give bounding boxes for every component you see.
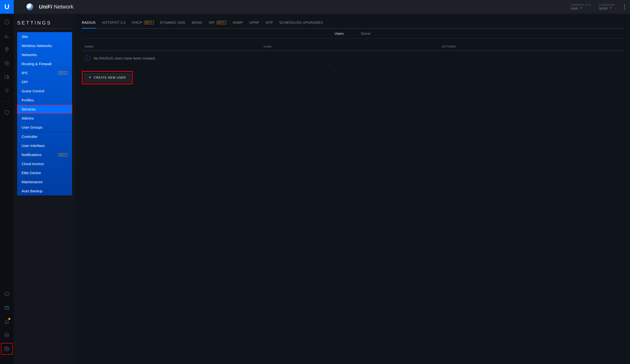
svg-rect-5: [8, 76, 9, 78]
sidebar-item-user-interface[interactable]: User Interface: [17, 141, 72, 150]
tab-upnp[interactable]: UPNP: [249, 19, 259, 29]
sidebar-item-admins[interactable]: Admins: [17, 114, 72, 123]
svg-point-13: [6, 348, 8, 350]
sidebar-item-label: Notifications: [22, 153, 42, 157]
app-brand: UniFi: [39, 4, 52, 10]
tab-label: SNMP: [232, 20, 243, 24]
svg-point-1: [6, 48, 8, 49]
plus-icon: [89, 76, 91, 79]
shield-icon[interactable]: [4, 109, 10, 115]
sidebar-item-elite-device[interactable]: Elite Device: [17, 168, 72, 177]
tab-mdns[interactable]: MDNS: [192, 19, 202, 29]
sidebar-item-label: Elite Device: [22, 171, 41, 175]
sidebar-item-label: Guest Control: [22, 89, 44, 93]
app-suffix: Network: [54, 4, 74, 10]
sidebar-item-label: User Groups: [22, 125, 42, 129]
sidebar-item-site[interactable]: Site: [17, 32, 72, 41]
sidebar-item-label: Site: [22, 34, 28, 39]
radius-subtabs: Users Server: [82, 29, 624, 39]
tab-label: SCHEDULED UPGRADES: [279, 20, 323, 24]
sidebar-item-label: Admins: [22, 116, 34, 120]
sidebar-item-label: Networks: [22, 53, 37, 57]
sidebar-item-user-groups[interactable]: User Groups: [17, 123, 72, 132]
dashboard-icon[interactable]: [4, 19, 10, 25]
topbar-right: CURRENT SITE mom USERNAME tynick: [571, 4, 625, 10]
sidebar-item-label: Maintenance: [22, 180, 43, 184]
rail-divider: [4, 101, 10, 102]
subtab-server[interactable]: Server: [361, 29, 371, 38]
sidebar-item-label: DPI: [22, 80, 28, 84]
sidebar-item-label: Cloud Access: [22, 162, 44, 166]
svg-point-12: [8, 335, 8, 335]
tab-snmp[interactable]: SNMP: [232, 19, 243, 29]
tab-radius[interactable]: RADIUS: [82, 19, 96, 29]
tab-scheduled-upgrades[interactable]: SCHEDULED UPGRADES: [279, 19, 323, 29]
sidebar-item-auto-backup[interactable]: Auto Backup: [17, 186, 72, 195]
settings-sidebar: SETTINGS Site Wireless Networks Networks…: [14, 14, 76, 364]
sidebar-item-label: IPS: [22, 71, 28, 75]
create-new-user-button[interactable]: CREATE NEW USER: [84, 73, 130, 82]
sidebar-item-ips[interactable]: IPSBETA: [17, 68, 72, 77]
map-icon[interactable]: [4, 46, 10, 52]
topbar-left: U UniFi Network: [0, 0, 74, 14]
sidebar-item-cloud-access[interactable]: Cloud Access: [17, 159, 72, 168]
create-button-label: CREATE NEW USER: [94, 76, 126, 79]
username-selector[interactable]: USERNAME tynick: [599, 4, 615, 10]
tab-label: DHCP: [132, 20, 142, 24]
app-title: UniFi Network: [39, 4, 74, 10]
beta-badge: BETA: [144, 21, 154, 24]
subtab-users[interactable]: Users: [334, 29, 344, 38]
ubiquiti-logo[interactable]: U: [0, 0, 14, 14]
sidebar-item-profiles[interactable]: Profiles: [17, 95, 72, 105]
info-icon: i: [85, 55, 90, 61]
sidebar-item-label: Services: [22, 107, 36, 111]
tab-sip[interactable]: SIPBETA: [208, 19, 226, 29]
tab-label: UPNP: [249, 20, 259, 24]
info-icon[interactable]: [4, 291, 10, 297]
settings-icon[interactable]: [4, 346, 10, 352]
username-label: USERNAME: [599, 4, 615, 6]
tab-ntp[interactable]: NTP: [266, 19, 273, 29]
sidebar-item-notifications[interactable]: NotificationsBETA: [17, 150, 72, 159]
svg-point-6: [6, 89, 8, 92]
services-tabbar: RADIUS HOTSPOT 2.0 DHCPBETA DYNAMIC DNS …: [82, 19, 624, 29]
svg-point-2: [5, 61, 9, 65]
sidebar-item-wireless-networks[interactable]: Wireless Networks: [17, 41, 72, 50]
empty-state: i No RADIUS users have been created.: [82, 51, 624, 65]
chevron-down-icon: [580, 6, 582, 10]
col-name: NAME: [85, 45, 264, 48]
kebab-menu[interactable]: [624, 4, 625, 9]
settings-menu: Site Wireless Networks Networks Routing …: [17, 32, 72, 195]
nav-rail: [0, 14, 14, 364]
devices-icon[interactable]: [4, 60, 10, 66]
sidebar-item-label: Auto Backup: [22, 189, 42, 193]
svg-point-10: [6, 335, 6, 335]
events-icon[interactable]: [4, 305, 10, 311]
create-user-highlight: CREATE NEW USER: [82, 71, 132, 84]
tab-dhcp[interactable]: DHCPBETA: [132, 19, 154, 29]
chat-icon[interactable]: [4, 332, 10, 338]
svg-point-11: [6, 335, 7, 335]
clients-icon[interactable]: [4, 74, 10, 80]
sidebar-item-controller[interactable]: Controller: [17, 132, 72, 141]
beta-badge: BETA: [58, 71, 68, 75]
sidebar-item-label: Profiles: [22, 98, 34, 102]
tab-hotspot[interactable]: HOTSPOT 2.0: [102, 19, 126, 29]
current-site-selector[interactable]: CURRENT SITE mom: [571, 4, 592, 10]
sidebar-item-networks[interactable]: Networks: [17, 50, 72, 59]
sidebar-item-services[interactable]: Services: [17, 105, 72, 114]
current-site-value: mom: [571, 6, 578, 10]
tab-label: HOTSPOT 2.0: [102, 20, 126, 24]
sidebar-item-dpi[interactable]: DPI: [17, 77, 72, 86]
tab-label: SIP: [208, 20, 214, 24]
sidebar-item-routing-firewall[interactable]: Routing & Firewall: [17, 59, 72, 68]
statistics-icon[interactable]: [4, 33, 10, 39]
sidebar-item-label: User Interface: [22, 144, 44, 148]
tab-dynamic-dns[interactable]: DYNAMIC DNS: [160, 19, 186, 29]
sidebar-item-maintenance[interactable]: Maintenance: [17, 177, 72, 186]
alerts-icon[interactable]: [4, 319, 10, 324]
svg-rect-4: [5, 75, 8, 79]
content: RADIUS HOTSPOT 2.0 DHCPBETA DYNAMIC DNS …: [76, 14, 630, 364]
insights-icon[interactable]: [4, 88, 10, 94]
sidebar-item-guest-control[interactable]: Guest Control: [17, 86, 72, 95]
